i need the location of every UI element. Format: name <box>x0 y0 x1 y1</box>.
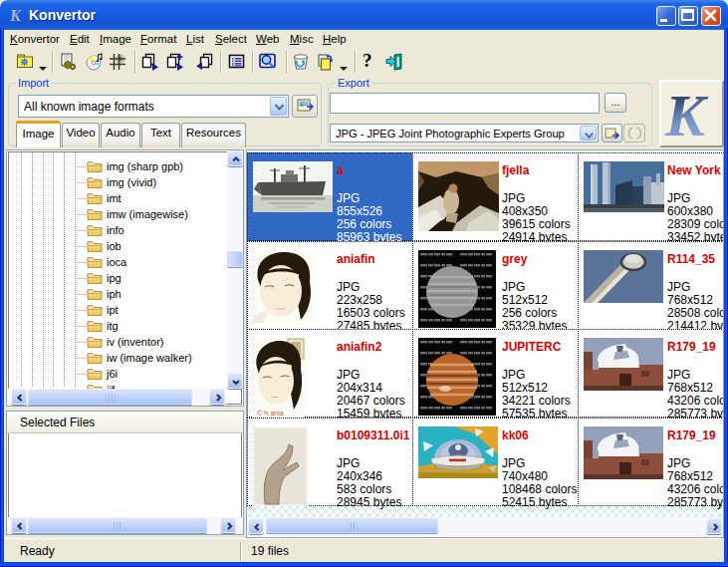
svg-text:K: K <box>664 83 709 145</box>
svg-text:© Ϟ ania: © Ϟ ania <box>257 410 284 417</box>
svg-text:K: K <box>9 7 22 24</box>
